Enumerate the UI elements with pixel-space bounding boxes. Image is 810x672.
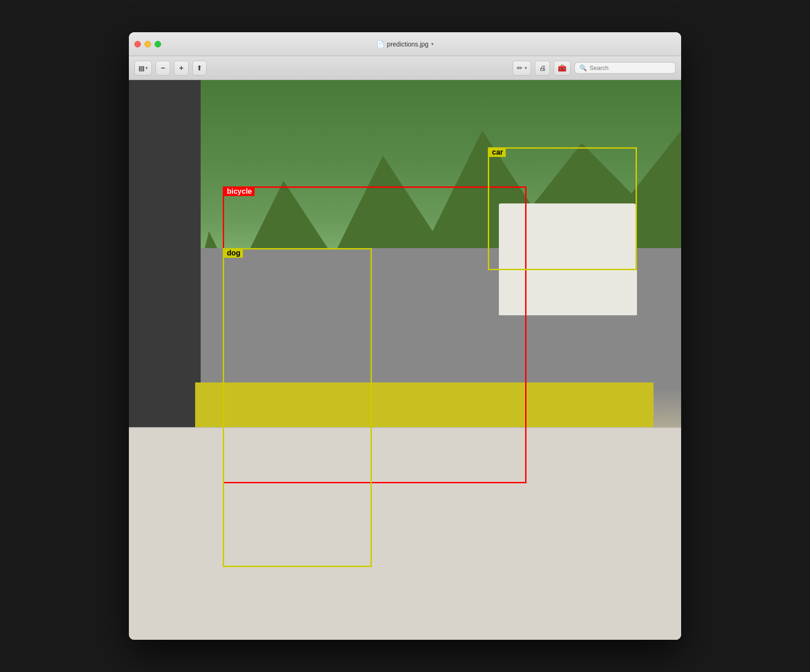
porch-floor (129, 427, 681, 640)
file-icon: 📄 (376, 41, 384, 48)
zoom-out-button[interactable]: − (156, 61, 170, 75)
maximize-button[interactable] (155, 41, 161, 47)
app-window: 📄 predictions.jpg ▾ ▤ ▾ − + ⬆ ✏ ▾ (129, 32, 681, 640)
titlebar: 📄 predictions.jpg ▾ (129, 32, 681, 56)
sidebar-chevron-icon: ▾ (145, 65, 148, 70)
chevron-down-icon: ▾ (431, 41, 434, 46)
sidebar-icon: ▤ (139, 64, 145, 72)
search-input[interactable] (590, 64, 671, 71)
zoom-in-icon: + (179, 64, 183, 72)
toolbox-icon: 🧰 (558, 64, 567, 72)
zoom-out-icon: − (161, 64, 165, 72)
white-car-shape (499, 203, 637, 315)
window-title: predictions.jpg (387, 41, 428, 48)
share-icon: ⬆ (197, 64, 202, 72)
minimize-button[interactable] (145, 41, 151, 47)
zoom-in-button[interactable]: + (174, 61, 189, 75)
toolbox-button[interactable]: 🧰 (554, 61, 571, 75)
export-icon: 🖨 (539, 64, 546, 72)
close-button[interactable] (134, 41, 141, 47)
markup-tool-button[interactable]: ✏ ▾ (513, 61, 531, 75)
sidebar-toggle-button[interactable]: ▤ ▾ (134, 61, 152, 75)
search-icon: 🔍 (579, 64, 587, 71)
export-button[interactable]: 🖨 (535, 61, 550, 75)
image-container: bicycle dog car (129, 80, 681, 640)
share-button[interactable]: ⬆ (192, 61, 207, 75)
scene (129, 80, 681, 640)
traffic-lights (134, 41, 161, 47)
markup-chevron-icon: ▾ (525, 65, 527, 70)
window-title-area: 📄 predictions.jpg ▾ (376, 41, 434, 48)
toolbar: ▤ ▾ − + ⬆ ✏ ▾ 🖨 🧰 🔍 (129, 56, 681, 80)
markup-icon: ✏ (517, 64, 523, 72)
search-box[interactable]: 🔍 (574, 62, 676, 74)
